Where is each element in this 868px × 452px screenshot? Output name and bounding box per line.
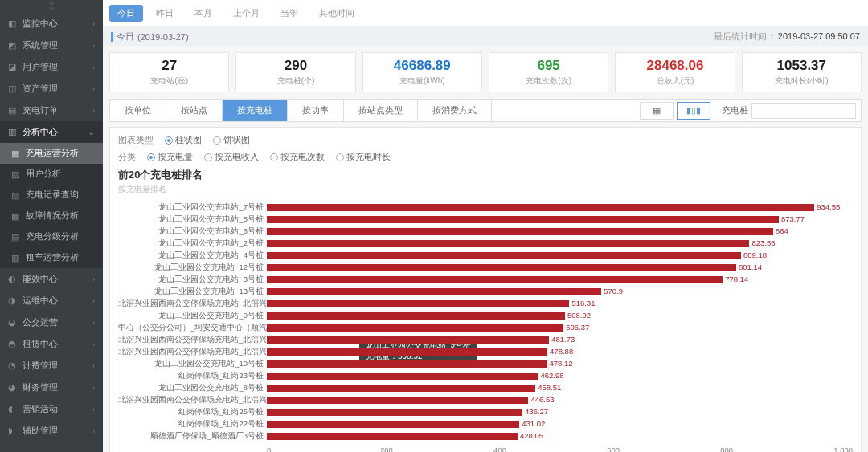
time-range-tabs: 今日昨日本月上个月当年其他时间: [103, 0, 868, 27]
chevron-right-icon: ›: [92, 340, 95, 348]
nav-icon: ▥: [11, 253, 21, 263]
bar-fill: [267, 204, 814, 211]
sidebar-item-用户分析[interactable]: ▧用户分析: [0, 164, 103, 185]
sidebar-item-分析中心[interactable]: ▥分析中心⌄: [0, 121, 103, 143]
bar-fill: [267, 264, 736, 271]
bar-fill: [267, 348, 547, 356]
category-radio-按充电时长[interactable]: 按充电时长: [336, 151, 391, 163]
sidebar-item-计费管理[interactable]: ◔计费管理›: [0, 355, 103, 377]
sidebar-item-运维中心[interactable]: ◑运维中心›: [0, 290, 103, 312]
dim-tab-按单位[interactable]: 按单位: [110, 100, 166, 121]
sidebar-item-故障情况分析[interactable]: ▩故障情况分析: [0, 206, 103, 226]
sidebar-item-财务管理[interactable]: ◕财务管理›: [0, 377, 103, 398]
radio-label: 按充电次数: [280, 151, 325, 163]
sidebar-item-能效中心[interactable]: ◐能效中心›: [0, 268, 103, 290]
sidebar-item-营销活动[interactable]: ◖营销活动›: [0, 398, 103, 420]
bar-row[interactable]: 红岗停保场_红岗23号桩462.98: [118, 370, 853, 382]
time-tab-上个月[interactable]: 上个月: [225, 5, 268, 22]
bar-track: 778.14: [267, 276, 853, 283]
sidebar-item-label: 财务管理: [23, 381, 58, 393]
sidebar-item-租赁中心[interactable]: ◓租赁中心›: [0, 333, 103, 355]
bar-row[interactable]: 龙山工业园公交充电站_4号桩809.18: [118, 250, 853, 262]
kpi-value: 46686.89: [366, 58, 478, 74]
kpi-label: 充电桩(个): [240, 75, 351, 87]
axis-tick: 200: [380, 446, 493, 452]
time-tab-本月[interactable]: 本月: [186, 5, 220, 22]
time-tab-今日[interactable]: 今日: [109, 5, 143, 22]
bar-track: 823.56: [267, 240, 853, 247]
bar-row[interactable]: 红岗停保场_红岗25号桩436.27: [118, 406, 853, 418]
chart-type-radio-柱状图[interactable]: 柱状图: [165, 134, 202, 146]
kpi-label: 充电量(kWh): [366, 75, 478, 87]
view-chart-button[interactable]: ▮▯▮: [677, 102, 710, 120]
filter-input[interactable]: [751, 103, 856, 119]
bar-row[interactable]: 龙山工业园公交充电站_10号桩478.12: [118, 358, 853, 370]
bar-row[interactable]: 龙山工业园公交充电站_12号桩801.14: [118, 262, 853, 274]
bar-row[interactable]: 红岗停保场_红岗22号桩431.02: [118, 418, 853, 430]
sidebar-item-充电运营分析[interactable]: ▦充电运营分析: [0, 143, 103, 164]
time-tab-其他时间[interactable]: 其他时间: [311, 5, 362, 22]
category-radio-按充电次数[interactable]: 按充电次数: [270, 151, 325, 163]
bar-row[interactable]: 北滘兴业园西南公交停保场充电站_北滘兴业园4号桩446.53: [118, 394, 853, 406]
dim-tab-按站点类型[interactable]: 按站点类型: [344, 100, 418, 121]
sidebar-item-辅助管理[interactable]: ◗辅助管理›: [0, 420, 103, 442]
bar-row[interactable]: 龙山工业园公交充电站_5号桩873.77: [118, 214, 853, 226]
time-tab-昨日[interactable]: 昨日: [148, 5, 182, 22]
dim-tab-按站点[interactable]: 按站点: [166, 100, 223, 121]
chart-type-radio-饼状图[interactable]: 饼状图: [213, 134, 250, 146]
bar-fill: [267, 228, 773, 235]
bar-row[interactable]: 龙山工业园公交充电站_8号桩458.51: [118, 382, 853, 394]
nav-icon: ▤: [11, 232, 21, 242]
bar-row[interactable]: 中心（公交分公司）_均安交通中心（顺汽集团）2号桩506.37: [118, 322, 853, 334]
bar-row[interactable]: 顺德酒厂停保场_顺德酒厂3号桩428.05: [118, 430, 853, 442]
sidebar-item-公交运营[interactable]: ◒公交运营›: [0, 312, 103, 333]
bar-row[interactable]: 龙山工业园公交充电站_9号桩508.92: [118, 310, 853, 322]
bar-track: 864: [267, 228, 853, 235]
bar-row[interactable]: 龙山工业园公交充电站_13号桩570.9: [118, 286, 853, 298]
bar-row[interactable]: 龙山工业园公交充电站_7号桩934.55: [118, 202, 853, 214]
sidebar-item-资产管理[interactable]: ◫资产管理›: [0, 78, 103, 100]
sidebar-item-label: 充电运营分析: [26, 148, 79, 159]
nav-icon: ◕: [8, 382, 18, 393]
content-panel: 图表类型 柱状图饼状图 分类 按充电量按充电收入按充电次数按充电时长 前20个充…: [109, 127, 862, 452]
sidebar-item-充电分级分析[interactable]: ▤充电分级分析: [0, 226, 103, 247]
nav-icon: ▤: [8, 105, 18, 116]
category-label: 分类: [118, 151, 136, 163]
bar-row[interactable]: 龙山工业园公交充电站_3号桩778.14: [118, 274, 853, 286]
bar-fill: [267, 324, 563, 332]
bar-row[interactable]: 北滘兴业园西南公交停保场充电站_北滘兴业园2号桩478.88: [118, 346, 853, 358]
nav-icon: ◧: [8, 18, 18, 29]
radio-label: 饼状图: [223, 134, 250, 146]
bar-row[interactable]: 北滘兴业园西南公交停保场充电站_北滘兴业园5号桩516.31: [118, 298, 853, 310]
sidebar-item-租车运营分析[interactable]: ▥租车运营分析: [0, 247, 103, 268]
bar-row[interactable]: 北滘兴业园西南公交停保场充电站_北滘兴业园3号桩481.73: [118, 334, 853, 346]
bar-row[interactable]: 龙山工业园公交充电站_2号桩823.56: [118, 238, 853, 250]
bar-fill: [267, 252, 741, 259]
chevron-right-icon: ›: [92, 85, 95, 93]
bar-category: 龙山工业园公交充电站_9号桩: [118, 311, 267, 321]
view-table-button[interactable]: ▦: [640, 102, 674, 120]
kpi-value: 27: [113, 58, 225, 74]
kpi-label: 充电次数(次): [493, 75, 604, 87]
sidebar-collapse-handle[interactable]: ⠿: [0, 0, 103, 13]
category-radio-按充电量[interactable]: 按充电量: [147, 151, 193, 163]
category-radio-按充电收入[interactable]: 按充电收入: [204, 151, 259, 163]
sidebar-item-用户管理[interactable]: ◪用户管理›: [0, 56, 103, 78]
sidebar-item-系统管理[interactable]: ◩系统管理›: [0, 35, 103, 56]
sidebar-item-监控中心[interactable]: ◧监控中心›: [0, 13, 103, 35]
sidebar-item-label: 辅助管理: [23, 425, 58, 437]
axis-tick: 600: [607, 446, 720, 452]
dim-tab-按消费方式[interactable]: 按消费方式: [418, 100, 492, 121]
kpi-card: 695充电次数(次): [489, 52, 608, 92]
sidebar-item-充电记录查询[interactable]: ▨充电记录查询: [0, 185, 103, 206]
bar-fill: [267, 288, 601, 295]
time-tab-当年[interactable]: 当年: [272, 5, 306, 22]
dim-tab-按充电桩[interactable]: 按充电桩: [223, 100, 288, 121]
dim-tab-按功率[interactable]: 按功率: [288, 100, 344, 121]
chevron-right-icon: ›: [92, 427, 95, 435]
bar-row[interactable]: 龙山工业园公交充电站_6号桩864: [118, 226, 853, 238]
bar-value: 809.18: [743, 250, 767, 259]
sidebar-item-充电订单[interactable]: ▤充电订单›: [0, 100, 103, 121]
nav-icon: ◩: [8, 40, 18, 51]
sidebar-item-label: 租赁中心: [23, 338, 58, 350]
